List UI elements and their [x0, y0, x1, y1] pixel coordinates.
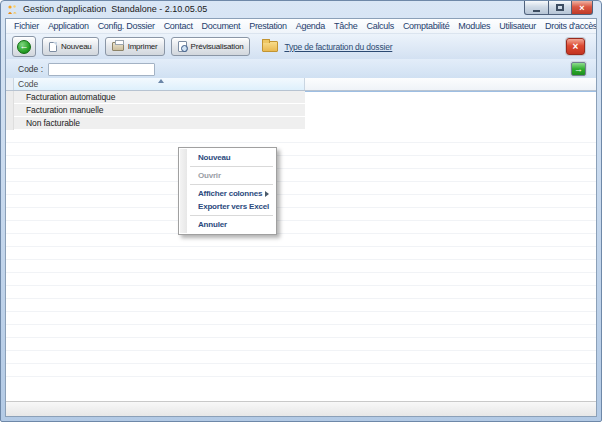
nouveau-button-label: Nouveau: [61, 42, 92, 51]
table-row[interactable]: Facturation automatique: [6, 91, 596, 104]
previsualisation-button[interactable]: Prévisualisation: [171, 37, 251, 56]
sort-ascending-icon: [158, 79, 164, 83]
toolbar: ← Nouveau Imprimer Prévisualisation Type…: [6, 34, 596, 59]
menu-bar: Fichier Application Config. Dossier Cont…: [6, 19, 596, 34]
maximize-icon: [556, 4, 564, 11]
context-menu-item-ouvrir: Ouvrir: [180, 169, 275, 182]
menu-separator: [190, 184, 273, 185]
menu-item-calculs[interactable]: Calculs: [367, 21, 394, 31]
caption-buttons: ×: [524, 1, 593, 15]
column-header-empty[interactable]: [305, 78, 596, 90]
print-preview-icon: [178, 41, 187, 52]
menu-item-prestation[interactable]: Prestation: [249, 21, 287, 31]
row-label: Facturation automatique: [14, 91, 305, 104]
minimize-icon: [533, 10, 540, 12]
table-row[interactable]: Facturation manuelle: [6, 104, 596, 117]
grid-header: Code: [6, 78, 596, 91]
row-indicator: [6, 91, 14, 104]
menu-item-application[interactable]: Application: [48, 21, 89, 31]
menu-item-fichier[interactable]: Fichier: [14, 21, 39, 31]
grid: Code Facturation automatique Facturation…: [6, 78, 596, 416]
table-row[interactable]: Non facturable: [6, 117, 596, 130]
row-indicator-header: [6, 78, 14, 90]
filter-row: Code : →: [6, 59, 596, 79]
forward-arrow-icon: →: [574, 65, 583, 74]
menu-item-utilisateur[interactable]: Utilisateur: [499, 21, 536, 31]
row-label: Non facturable: [14, 117, 305, 130]
menu-item-config-dossier[interactable]: Config. Dossier: [98, 21, 155, 31]
code-input[interactable]: [48, 63, 155, 76]
app-logo-icon: [7, 4, 18, 15]
column-header-code-label: Code: [18, 79, 38, 89]
menu-item-tache[interactable]: Tâche: [334, 21, 358, 31]
menu-item-droits-acces[interactable]: Droits d'accès: [545, 21, 596, 31]
client-area: Fichier Application Config. Dossier Cont…: [5, 18, 597, 417]
context-menu-item-annuler[interactable]: Annuler: [180, 218, 275, 231]
nouveau-button[interactable]: Nouveau: [42, 37, 99, 56]
menu-item-contact[interactable]: Contact: [164, 21, 193, 31]
menu-separator: [190, 215, 273, 216]
grid-empty-area: [6, 130, 596, 384]
grid-body: Facturation automatique Facturation manu…: [6, 91, 596, 400]
context-menu-item-afficher-colonnes[interactable]: Afficher colonnes: [180, 187, 275, 200]
printer-icon: [112, 42, 124, 51]
back-icon: ←: [17, 40, 31, 54]
new-document-icon: [49, 42, 57, 52]
context-menu-item-exporter-excel[interactable]: Exporter vers Excel: [180, 200, 275, 213]
maximize-button[interactable]: [549, 1, 572, 15]
context-menu-item-nouveau[interactable]: Nouveau: [180, 151, 275, 164]
title-bar[interactable]: Gestion d'application Standalone - 2.10.…: [1, 1, 601, 18]
menu-item-agenda[interactable]: Agenda: [296, 21, 325, 31]
go-button[interactable]: →: [571, 62, 586, 76]
menu-item-document[interactable]: Document: [202, 21, 241, 31]
menu-separator: [190, 166, 273, 167]
toolbar-close-button[interactable]: ×: [566, 38, 585, 55]
imprimer-button-label: Imprimer: [128, 42, 158, 51]
row-indicator: [6, 117, 14, 130]
red-x-icon: ×: [573, 42, 579, 52]
afficher-colonnes-label: Afficher colonnes: [198, 189, 262, 198]
column-header-code[interactable]: Code: [14, 78, 305, 90]
menu-item-comptabilite[interactable]: Comptabilité: [403, 21, 449, 31]
menu-item-modules[interactable]: Modules: [458, 21, 490, 31]
window-title: Gestion d'application Standalone - 2.10.…: [23, 4, 207, 14]
close-button[interactable]: ×: [572, 1, 593, 15]
previsualisation-button-label: Prévisualisation: [191, 42, 244, 51]
minimize-button[interactable]: [524, 1, 549, 15]
row-indicator: [6, 104, 14, 117]
back-button[interactable]: ←: [12, 36, 36, 57]
breadcrumb-link[interactable]: Type de facturation du dossier: [284, 42, 392, 52]
status-bar: [6, 401, 596, 416]
imprimer-button[interactable]: Imprimer: [105, 37, 165, 56]
submenu-arrow-icon: [265, 191, 269, 197]
code-label: Code :: [18, 64, 43, 74]
close-icon: ×: [579, 3, 584, 13]
context-menu: Nouveau Ouvrir Afficher colonnes Exporte…: [178, 147, 277, 235]
row-label: Facturation manuelle: [14, 104, 305, 117]
folder-icon: [262, 41, 278, 52]
app-window: Gestion d'application Standalone - 2.10.…: [0, 0, 602, 422]
